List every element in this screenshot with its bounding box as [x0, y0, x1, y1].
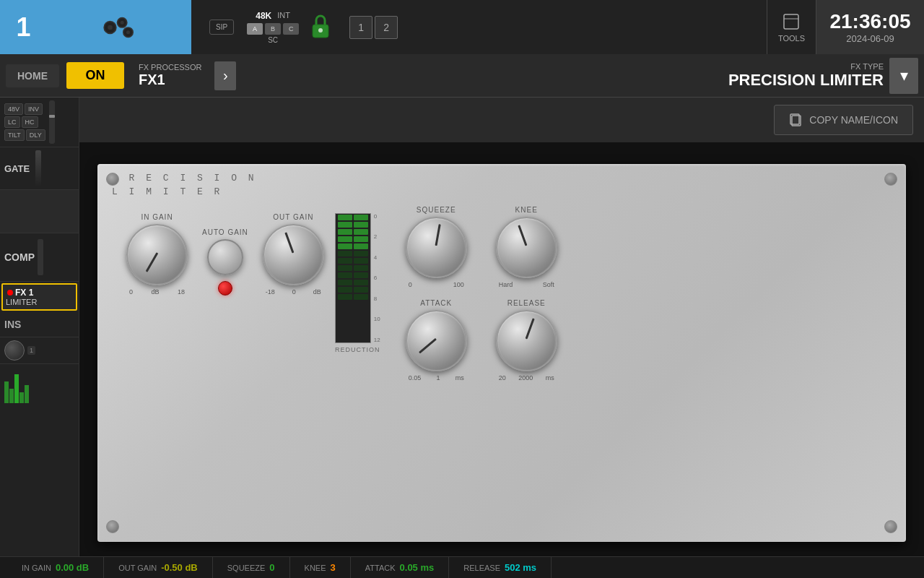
- date-display: 2024-06-09: [846, 33, 894, 44]
- filter-fader[interactable]: [49, 100, 55, 144]
- fx-panel: ƒX P R E C I S I O N L I M I T E R: [79, 142, 924, 556]
- out-gain-range: -18 0 dB: [263, 288, 324, 296]
- knee-knob[interactable]: [496, 217, 557, 278]
- gate-fader[interactable]: [35, 150, 41, 186]
- knee-range: Hard Soft: [496, 281, 557, 288]
- btn-hc[interactable]: HC: [22, 116, 38, 128]
- vu-title: REDUCTION: [335, 346, 380, 353]
- num-btn-1[interactable]: 1: [349, 16, 372, 39]
- status-knee-val: 3: [331, 562, 336, 573]
- fx-processor-label: FX PROCESSOR: [139, 63, 201, 72]
- attack-knob[interactable]: [406, 310, 467, 371]
- fx1-section[interactable]: FX 1 LIMITER: [1, 283, 77, 311]
- in-gain-knob[interactable]: [126, 224, 188, 285]
- knee-label: KNEE: [515, 206, 538, 214]
- in-gain-range: 0 dB 18: [126, 288, 188, 296]
- channel-icon-area: [47, 0, 191, 54]
- vu-bar-5b: [354, 251, 368, 256]
- sip-btn-a[interactable]: A: [247, 23, 263, 35]
- release-knob[interactable]: [496, 310, 557, 371]
- empty-section-1: [0, 190, 79, 233]
- vu-bar-1b: [354, 222, 368, 228]
- vu-seg-7: [336, 264, 370, 272]
- fx-type-dropdown[interactable]: ▾: [889, 58, 918, 94]
- meter-bar-3: [14, 374, 19, 403]
- freq-block: 48K INT A B C SC: [247, 11, 299, 44]
- bottom-bar: IN GAIN 0.00 dB OUT GAIN -0.50 dB SQUEEZ…: [0, 556, 924, 578]
- vu-bar-8b: [354, 272, 368, 278]
- vu-bar-11b: [354, 294, 368, 300]
- fx-processor-val: FX1: [139, 72, 201, 88]
- fx-processor-info: FX PROCESSOR FX1: [139, 63, 201, 88]
- release-label: RELEASE: [507, 299, 546, 307]
- vu-bar-9b: [354, 280, 368, 285]
- nav-bar: HOME ON FX PROCESSOR FX1 › FX TYPE PRECI…: [0, 54, 924, 98]
- lock-icon[interactable]: [310, 13, 331, 42]
- attack-knob-group: ATTACK 0.05 1 ms: [406, 299, 467, 381]
- status-squeeze-label: SQUEEZE: [227, 564, 266, 572]
- comp-label: COMP: [4, 251, 35, 263]
- main-content: COPY NAME/ICON ƒX P R E C I S I O N L I …: [79, 98, 924, 556]
- on-button[interactable]: ON: [66, 62, 124, 89]
- vu-bar-10: [338, 287, 352, 293]
- sip-btn-c[interactable]: C: [283, 23, 299, 35]
- left-knobs-group: IN GAIN 0 dB 18: [126, 213, 324, 296]
- home-button[interactable]: HOME: [6, 64, 59, 87]
- copy-name-button[interactable]: COPY NAME/ICON: [774, 105, 913, 135]
- comp-fader[interactable]: [38, 239, 43, 275]
- btn-lc[interactable]: LC: [4, 116, 20, 128]
- gate-section: GATE: [0, 147, 79, 190]
- status-squeeze: SQUEEZE 0: [213, 557, 290, 578]
- vu-seg-1: [336, 221, 370, 228]
- vu-bar-7: [338, 265, 352, 271]
- btn-inv[interactable]: INV: [25, 103, 43, 115]
- auto-gain-button[interactable]: [207, 239, 243, 275]
- tools-block[interactable]: TOOLS: [767, 0, 816, 54]
- channel-number: 1: [0, 0, 47, 54]
- status-in-gain: IN GAIN 0.00 dB: [7, 557, 104, 578]
- vu-seg-9: [336, 279, 370, 286]
- right-knobs-group: SQUEEZE 0 100 K: [406, 206, 557, 381]
- svg-point-1: [108, 25, 113, 30]
- main-area: 48V INV LC HC TILT DLY GATE: [0, 98, 924, 556]
- vu-seg-11: [336, 293, 370, 301]
- vu-bar-3: [338, 236, 352, 242]
- btn-dly[interactable]: DLY: [26, 129, 45, 141]
- auto-gain-label: AUTO GAIN: [202, 228, 248, 236]
- btn-48v[interactable]: 48V: [4, 103, 23, 115]
- filter-buttons-row: 48V INV LC HC TILT DLY: [0, 98, 79, 147]
- vu-seg-8: [336, 272, 370, 279]
- out-gain-marker: [285, 232, 295, 253]
- sidebar-knob[interactable]: [4, 340, 25, 361]
- fx1-label: FX 1: [15, 288, 33, 298]
- squeeze-knob[interactable]: [406, 217, 467, 278]
- sip-btn-b[interactable]: B: [265, 23, 281, 35]
- status-out-gain-val: -0.50 dB: [161, 562, 198, 573]
- status-release: RELEASE 502 ms: [449, 557, 552, 578]
- attack-range: 0.05 1 ms: [406, 374, 467, 381]
- status-release-val: 502 ms: [505, 562, 536, 573]
- vu-bar-1: [338, 222, 352, 228]
- copy-name-bar: COPY NAME/ICON: [79, 98, 924, 142]
- tools-icon: [781, 12, 801, 32]
- num-btn-2[interactable]: 2: [375, 16, 398, 39]
- num-indicator: 1: [27, 346, 35, 355]
- sip-label: SIP: [216, 23, 227, 31]
- out-gain-knob[interactable]: [263, 224, 324, 285]
- screw-bottom-right: [884, 520, 897, 533]
- vu-bar-4b: [354, 243, 368, 249]
- screw-top-right: [884, 173, 897, 186]
- vu-bar-0b: [354, 215, 368, 220]
- vu-bar-7b: [354, 265, 368, 271]
- limiter-title-row: P R E C I S I O N L I M I T E R: [97, 164, 906, 199]
- release-marker: [526, 318, 535, 339]
- sc-label: SC: [268, 36, 278, 44]
- fx-nav-chevron[interactable]: ›: [214, 61, 236, 90]
- btn-tilt[interactable]: TILT: [4, 129, 25, 141]
- status-out-gain: OUT GAIN -0.50 dB: [104, 557, 213, 578]
- time-block: 21:36:05 2024-06-09: [816, 0, 924, 54]
- gate-label: GATE: [4, 163, 30, 174]
- status-knee: KNEE 3: [290, 557, 351, 578]
- squeeze-knob-group: SQUEEZE 0 100: [406, 206, 467, 288]
- status-in-gain-label: IN GAIN: [22, 564, 51, 572]
